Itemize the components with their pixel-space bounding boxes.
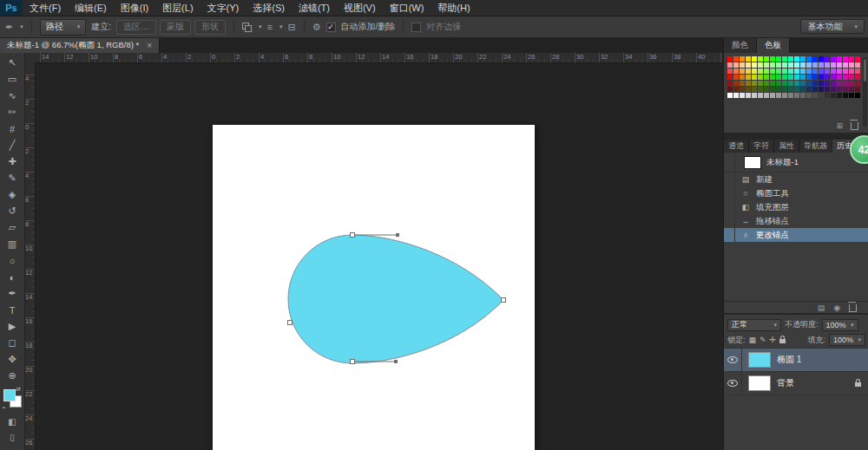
color-swatch[interactable] xyxy=(800,62,806,68)
history-source-toggle[interactable] xyxy=(724,173,735,186)
color-swatch[interactable] xyxy=(782,56,787,62)
layer-thumbnail[interactable] xyxy=(748,375,771,391)
delete-state-icon[interactable] xyxy=(849,304,857,312)
tool-gradient[interactable]: ▥ xyxy=(0,236,24,252)
color-swatch[interactable] xyxy=(740,68,745,74)
history-snapshot-row[interactable]: 未标题-1 xyxy=(724,153,868,173)
color-swatch[interactable] xyxy=(740,56,745,62)
menu-item[interactable]: 图像(I) xyxy=(114,0,155,16)
color-swatch[interactable] xyxy=(849,68,854,74)
color-swatch[interactable] xyxy=(752,62,757,68)
tool-crop[interactable]: # xyxy=(0,121,24,137)
color-swatch[interactable] xyxy=(733,56,739,62)
teardrop-shape[interactable] xyxy=(288,235,503,363)
color-swatch[interactable] xyxy=(740,93,745,98)
color-swatch[interactable] xyxy=(727,81,733,86)
color-swatch[interactable] xyxy=(800,56,806,62)
color-swatch[interactable] xyxy=(740,81,745,86)
color-swatch[interactable] xyxy=(831,68,836,74)
color-swatch[interactable] xyxy=(776,87,781,92)
color-swatch[interactable] xyxy=(825,62,830,68)
tool-clone-stamp[interactable]: ◈ xyxy=(0,186,24,203)
color-swatch[interactable] xyxy=(855,68,860,74)
anchor-point-tip[interactable] xyxy=(502,298,506,303)
color-swatch[interactable] xyxy=(788,93,793,98)
color-swatch[interactable] xyxy=(800,81,806,86)
color-swatch[interactable] xyxy=(812,62,818,68)
color-swatch[interactable] xyxy=(831,56,836,62)
color-swatch[interactable] xyxy=(843,87,848,92)
tool-hand[interactable]: ✥ xyxy=(0,351,24,368)
color-swatch[interactable] xyxy=(782,75,787,80)
quick-mask-icon[interactable]: ◧ xyxy=(0,417,24,427)
color-swatch[interactable] xyxy=(855,81,860,86)
color-swatch[interactable] xyxy=(794,68,799,74)
color-swatch[interactable] xyxy=(752,75,757,80)
color-swatch[interactable] xyxy=(812,81,818,86)
menu-item[interactable]: 文字(Y) xyxy=(201,0,247,16)
color-swatch[interactable] xyxy=(758,68,763,74)
color-swatch[interactable] xyxy=(794,81,799,86)
color-swatch[interactable] xyxy=(788,68,793,74)
color-swatch[interactable] xyxy=(727,68,733,74)
color-swatch[interactable] xyxy=(825,75,830,80)
color-swatch[interactable] xyxy=(812,68,818,74)
color-swatch[interactable] xyxy=(855,62,860,68)
lock-transparency-icon[interactable]: ▦ xyxy=(749,336,757,344)
tool-eyedropper[interactable]: ╱ xyxy=(0,137,24,153)
delete-swatch-icon[interactable] xyxy=(851,122,858,130)
tool-zoom[interactable]: ⊕ xyxy=(0,368,24,384)
color-swatch[interactable] xyxy=(794,75,799,80)
color-swatch[interactable] xyxy=(746,93,751,98)
tool-history-brush[interactable]: ↺ xyxy=(0,203,24,219)
color-swatch[interactable] xyxy=(758,93,763,98)
color-swatch[interactable] xyxy=(794,93,799,98)
swatches-scrollbar[interactable] xyxy=(863,57,867,127)
path-operations-icon[interactable] xyxy=(242,23,252,32)
color-swatch[interactable] xyxy=(843,68,848,74)
color-swatch[interactable] xyxy=(843,93,848,98)
color-swatch[interactable] xyxy=(843,62,848,68)
history-source-toggle[interactable] xyxy=(724,186,735,200)
menu-item[interactable]: 滤镜(T) xyxy=(292,0,337,16)
tool-dodge[interactable]: ◐ xyxy=(0,269,24,285)
path-arrangement-icon[interactable]: ⊟ xyxy=(287,23,295,32)
lock-position-icon[interactable]: ✛ xyxy=(770,336,777,344)
color-swatch[interactable] xyxy=(764,56,769,62)
color-swatch[interactable] xyxy=(849,93,854,98)
color-swatch[interactable] xyxy=(831,87,836,92)
color-swatch[interactable] xyxy=(770,62,775,68)
color-swatch[interactable] xyxy=(727,87,733,92)
color-swatch[interactable] xyxy=(746,87,751,92)
color-swatch[interactable] xyxy=(733,87,739,92)
auto-add-remove-checkbox[interactable]: ✓ xyxy=(326,23,336,32)
handle-end-dot-bottom[interactable] xyxy=(394,360,398,363)
tool-lasso[interactable]: ∿ xyxy=(0,88,24,104)
history-source-toggle[interactable] xyxy=(724,200,735,214)
color-swatch[interactable] xyxy=(776,56,781,62)
color-swatch[interactable] xyxy=(746,75,751,80)
color-swatch[interactable] xyxy=(849,56,854,62)
color-swatch[interactable] xyxy=(746,68,751,74)
color-swatch[interactable] xyxy=(794,62,799,68)
panel-tab-navigator[interactable]: 导航器 xyxy=(799,140,832,153)
color-swatch[interactable] xyxy=(837,62,842,68)
visibility-cell[interactable] xyxy=(724,349,742,371)
color-swatch[interactable] xyxy=(727,56,733,62)
color-swatch[interactable] xyxy=(812,87,818,92)
color-swatch[interactable] xyxy=(849,75,854,80)
menu-item[interactable]: 视图(V) xyxy=(337,0,383,16)
color-swatch[interactable] xyxy=(819,68,824,74)
color-swatch[interactable] xyxy=(819,81,824,86)
anchor-point-bottom[interactable] xyxy=(351,360,355,364)
color-swatch[interactable] xyxy=(733,93,739,98)
color-swatch[interactable] xyxy=(806,75,812,80)
color-swatch[interactable] xyxy=(740,75,745,80)
new-swatch-icon[interactable]: ⊞ xyxy=(836,121,843,130)
workspace-switcher[interactable]: 基本功能 ▾ xyxy=(800,19,865,34)
color-swatch[interactable] xyxy=(758,75,763,80)
tool-preset-icon[interactable]: ✒ xyxy=(5,23,13,32)
color-swatch[interactable] xyxy=(819,75,824,80)
blend-mode-select[interactable]: 正常 ▾ xyxy=(727,319,781,331)
color-swatch[interactable] xyxy=(788,56,793,62)
